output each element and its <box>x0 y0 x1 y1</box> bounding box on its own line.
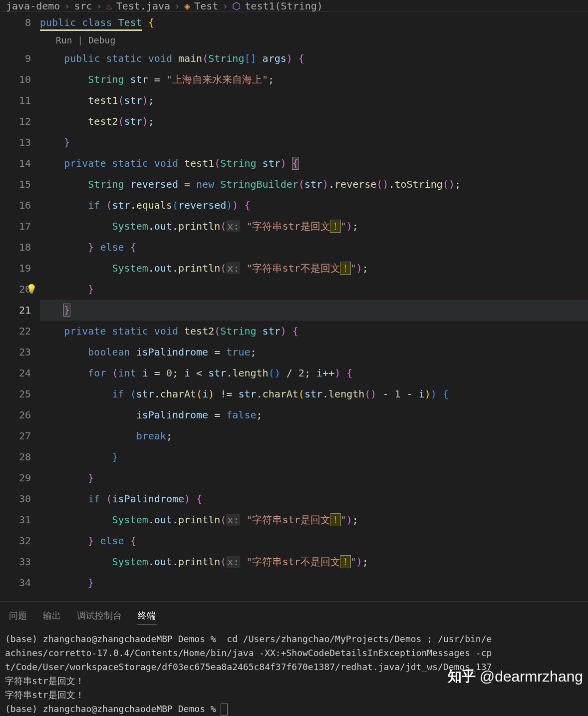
code-line[interactable]: String reversed = new StringBuilder(str)… <box>40 174 588 195</box>
tab-terminal[interactable]: 终端 <box>137 607 157 625</box>
breadcrumb-project[interactable]: java-demo <box>6 0 60 12</box>
breadcrumb-file[interactable]: Test.java <box>116 0 170 12</box>
breadcrumb: java-demo › src › ♨ Test.java › ◈ Test ›… <box>0 0 588 12</box>
panel-tabs: 问题 输出 调试控制台 终端 <box>0 602 588 625</box>
code-line[interactable]: System.out.println(x: "字符串str不是回文！"); <box>40 258 588 279</box>
code-line[interactable]: String str = "上海自来水来自海上"; <box>40 69 588 90</box>
code-line[interactable]: public static void main(String[] args) { <box>40 48 588 69</box>
lightbulb-icon[interactable]: 💡 <box>26 279 37 300</box>
code-area[interactable]: public class Test { Run | Debug public s… <box>40 12 588 601</box>
code-line[interactable]: System.out.println(x: "字符串str不是回文！"); <box>40 551 588 572</box>
code-line[interactable]: public class Test { <box>40 12 588 33</box>
code-line[interactable]: } else { <box>40 530 588 551</box>
java-file-icon: ♨ <box>106 0 112 12</box>
code-line[interactable]: } else { <box>40 237 588 258</box>
code-line[interactable]: private static void test1(String str) { <box>40 153 588 174</box>
breadcrumb-class[interactable]: Test <box>194 0 218 12</box>
code-line[interactable]: test2(str); <box>40 111 588 132</box>
code-line[interactable]: private static void test2(String str) { <box>40 321 588 342</box>
zhihu-logo-icon: 知乎 <box>448 667 476 686</box>
breadcrumb-method[interactable]: test1(String) <box>245 0 323 12</box>
watermark: 知乎 @dearmrzhang <box>448 667 583 686</box>
code-line[interactable]: for (int i = 0; i < str.length() / 2; i+… <box>40 362 588 383</box>
chevron-right-icon: › <box>96 0 102 12</box>
code-line[interactable]: break; <box>40 425 588 446</box>
bottom-panel: 问题 输出 调试控制台 终端 (base) zhangchao@zhangcha… <box>0 601 588 716</box>
watermark-handle: @dearmrzhang <box>480 668 583 685</box>
code-line-active[interactable]: } <box>40 300 588 321</box>
code-line[interactable]: boolean isPalindrome = true; <box>40 342 588 362</box>
code-line[interactable]: isPalindrome = false; <box>40 404 588 425</box>
tab-output[interactable]: 输出 <box>42 607 62 625</box>
tab-debug-console[interactable]: 调试控制台 <box>76 607 123 625</box>
code-line[interactable]: } <box>40 467 588 488</box>
code-line[interactable]: if (str.charAt(i) != str.charAt(str.leng… <box>40 383 588 404</box>
code-line[interactable]: 💡 } <box>40 279 588 300</box>
code-line[interactable]: System.out.println(x: "字符串str是回文！"); <box>40 509 588 530</box>
chevron-right-icon: › <box>222 0 228 12</box>
class-icon: ◈ <box>184 0 190 12</box>
codelens: Run | Debug <box>40 33 588 48</box>
method-icon: ⬡ <box>232 0 241 12</box>
code-line[interactable]: if (isPalindrome) { <box>40 488 588 509</box>
chevron-right-icon: › <box>64 0 70 12</box>
line-number-gutter: 8910111213141516171819202122232425262728… <box>0 12 40 601</box>
debug-codelens[interactable]: Debug <box>88 35 115 45</box>
code-line[interactable]: } <box>40 572 588 593</box>
code-line[interactable]: } <box>40 132 588 153</box>
code-line[interactable]: if (str.equals(reversed)) { <box>40 195 588 216</box>
chevron-right-icon: › <box>174 0 180 12</box>
code-line[interactable]: test1(str); <box>40 90 588 111</box>
code-line[interactable]: System.out.println(x: "字符串str是回文！"); <box>40 216 588 237</box>
tab-problems[interactable]: 问题 <box>8 607 28 625</box>
code-line[interactable]: } <box>40 446 588 467</box>
breadcrumb-folder[interactable]: src <box>74 0 92 12</box>
code-editor[interactable]: 8910111213141516171819202122232425262728… <box>0 12 588 601</box>
run-codelens[interactable]: Run <box>56 35 72 45</box>
